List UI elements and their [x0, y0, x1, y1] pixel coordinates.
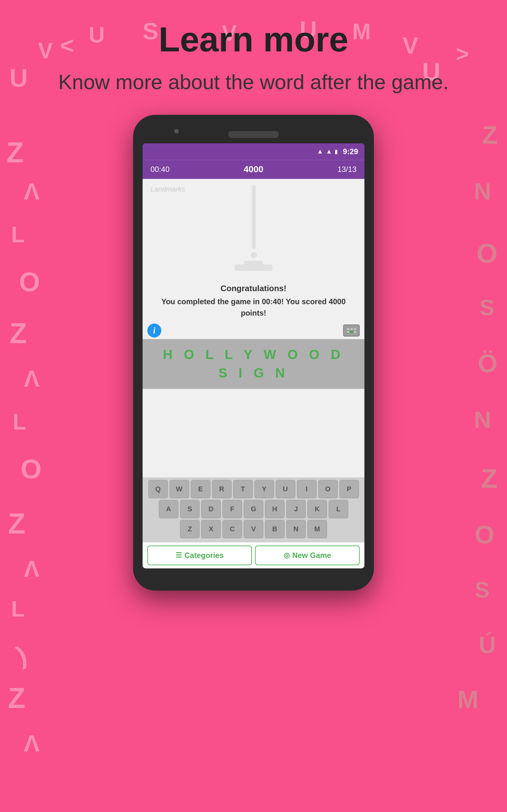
bg-letter: L [11, 596, 25, 622]
keyboard-row-1: Q W E R T Y U I O P [144, 480, 363, 498]
key-w[interactable]: W [170, 480, 189, 498]
phone-device: ▲ ▲ ▮ 9:29 00:40 4000 13/13 Landmarks [133, 115, 374, 591]
key-v[interactable]: V [244, 520, 263, 538]
wifi-icon: ▲ [317, 148, 323, 155]
key-s[interactable]: S [180, 500, 200, 518]
key-l[interactable]: L [329, 500, 348, 518]
keyboard-row-2: A S D F G H J K L [144, 500, 363, 518]
key-c[interactable]: C [222, 520, 242, 538]
keyboard-icon[interactable] [343, 324, 360, 337]
bottom-buttons: ☰ Categories ◎ New Game [143, 542, 364, 568]
key-e[interactable]: E [191, 480, 210, 498]
info-icon[interactable]: i [147, 323, 161, 338]
category-label: Landmarks [151, 185, 185, 194]
congrats-area: Congratulations! You completed the game … [143, 281, 364, 322]
key-m[interactable]: M [307, 520, 327, 538]
status-icons: ▲ ▲ ▮ 9:29 [317, 147, 358, 156]
svg-point-1 [250, 252, 257, 258]
key-h[interactable]: H [265, 500, 285, 518]
key-t[interactable]: T [233, 480, 253, 498]
phone-camera [174, 129, 179, 134]
key-x[interactable]: X [201, 520, 221, 538]
new-game-label: New Game [292, 551, 331, 560]
key-g[interactable]: G [244, 500, 263, 518]
categories-icon: ☰ [176, 551, 182, 560]
key-b[interactable]: B [265, 520, 285, 538]
key-y[interactable]: Y [255, 480, 274, 498]
game-header: 00:40 4000 13/13 [143, 160, 364, 179]
key-k[interactable]: K [307, 500, 327, 518]
bg-letter: Z [8, 682, 25, 715]
page-title: Learn more [0, 19, 507, 59]
congrats-body: You completed the game in 00:40! You sco… [152, 296, 355, 319]
categories-label: Categories [184, 551, 224, 560]
congrats-title: Congratulations! [152, 284, 355, 293]
game-timer: 00:40 [151, 165, 170, 174]
page-subtitle: Know more about the word after the game. [0, 69, 507, 96]
answer-display: H O L L Y W O O D S I G N [143, 339, 364, 389]
key-n[interactable]: N [286, 520, 306, 538]
hangman-figure [222, 182, 285, 277]
keyboard-area: Q W E R T Y U I O P A S D F G H [143, 477, 364, 542]
answer-word-line2: S I G N [146, 364, 361, 383]
phone-speaker [228, 131, 279, 138]
key-d[interactable]: D [201, 500, 221, 518]
key-p[interactable]: P [339, 480, 359, 498]
key-i[interactable]: I [297, 480, 317, 498]
key-f[interactable]: F [222, 500, 242, 518]
svg-rect-3 [244, 261, 263, 265]
status-time: 9:29 [343, 147, 358, 156]
bg-letter: Λ [24, 729, 40, 757]
game-progress: 13/13 [337, 165, 356, 174]
signal-icon: ▲ [326, 148, 332, 155]
bg-letter: Ú [479, 631, 496, 658]
phone-top-bar [143, 124, 364, 140]
new-game-button[interactable]: ◎ New Game [255, 546, 360, 565]
key-o[interactable]: O [318, 480, 338, 498]
keyboard-row-3: Z X C V B N M [144, 520, 363, 538]
game-score: 4000 [244, 164, 263, 174]
battery-icon: ▮ [335, 148, 338, 155]
bg-letter: ) [13, 640, 31, 670]
answer-word-line1: H O L L Y W O O D [146, 345, 361, 364]
key-j[interactable]: J [286, 500, 306, 518]
key-u[interactable]: U [276, 480, 295, 498]
phone-screen: ▲ ▲ ▮ 9:29 00:40 4000 13/13 Landmarks [143, 143, 364, 568]
categories-button[interactable]: ☰ Categories [147, 546, 252, 565]
icon-row: i [143, 322, 364, 339]
phone-wrapper: ▲ ▲ ▮ 9:29 00:40 4000 13/13 Landmarks [0, 115, 507, 591]
svg-rect-0 [252, 185, 256, 249]
status-bar: ▲ ▲ ▮ 9:29 [143, 143, 364, 160]
key-z[interactable]: Z [180, 520, 200, 538]
key-a[interactable]: A [159, 500, 178, 518]
game-content: Landmarks Congratulations! [143, 179, 364, 477]
new-game-icon: ◎ [284, 551, 290, 560]
key-q[interactable]: Q [148, 480, 168, 498]
bg-letter: M [457, 685, 478, 714]
hangman-area [143, 179, 364, 281]
top-section: Learn more Know more about the word afte… [0, 0, 507, 96]
key-r[interactable]: R [212, 480, 232, 498]
